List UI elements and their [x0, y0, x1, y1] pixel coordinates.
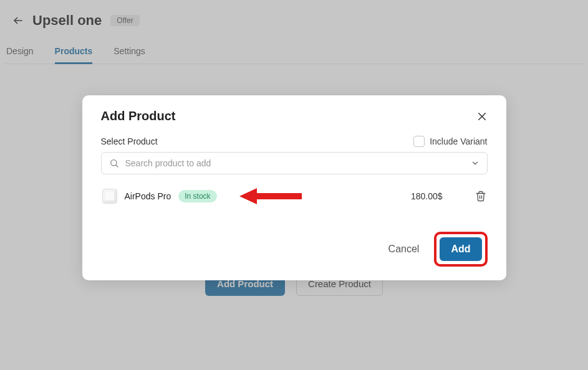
- product-name: AirPods Pro: [125, 191, 171, 201]
- cancel-button[interactable]: Cancel: [385, 239, 423, 260]
- stock-badge: In stock: [178, 190, 216, 202]
- svg-line-4: [116, 165, 118, 167]
- product-row: AirPods Pro In stock 180.00$: [101, 182, 488, 211]
- search-product-combobox[interactable]: [101, 152, 488, 174]
- product-price: 180.00$: [411, 191, 443, 201]
- annotation-arrow-icon: [239, 187, 302, 206]
- trash-icon[interactable]: [475, 191, 486, 202]
- close-icon[interactable]: [476, 111, 488, 122]
- modal-overlay: Add Product Select Product Include Varia…: [0, 0, 588, 370]
- svg-marker-5: [239, 188, 302, 204]
- include-variant-toggle[interactable]: Include Variant: [413, 136, 487, 147]
- add-product-modal: Add Product Select Product Include Varia…: [82, 95, 506, 280]
- add-button[interactable]: Add: [440, 237, 481, 261]
- chevron-down-icon: [471, 159, 480, 168]
- include-variant-label: Include Variant: [430, 136, 487, 146]
- add-button-highlight: Add: [434, 232, 487, 267]
- modal-title: Add Product: [101, 109, 176, 123]
- product-thumbnail: [102, 189, 117, 204]
- select-product-label: Select Product: [101, 136, 158, 146]
- include-variant-checkbox[interactable]: [413, 136, 425, 147]
- search-input[interactable]: [125, 158, 465, 168]
- search-icon: [109, 158, 119, 168]
